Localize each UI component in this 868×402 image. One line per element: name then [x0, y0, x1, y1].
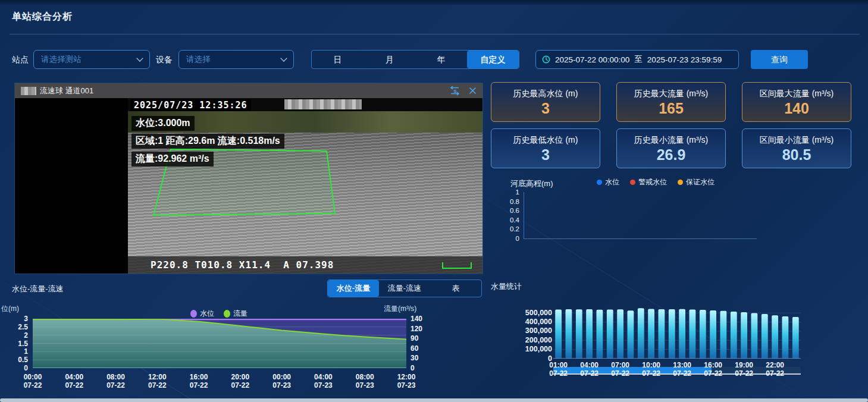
flow-section-title: 水位-流量-流速	[12, 284, 64, 294]
tab-流量-流速[interactable]: 流量-流速	[379, 280, 430, 297]
x-tick-time: 08:00	[99, 373, 133, 381]
stat-card: 历史最低水位 (m)3	[491, 128, 600, 168]
y-tick: 1	[496, 189, 519, 196]
y-tick-right: 90	[411, 334, 418, 343]
x-tick: 08:0007-23	[348, 373, 381, 390]
y-tick: 0	[496, 235, 519, 242]
legend-dot-icon	[597, 180, 602, 185]
legend-item[interactable]: 警戒水位	[630, 177, 667, 187]
x-tick: 00:0007-22	[16, 373, 49, 390]
stat-label: 历史最高水位 (m)	[513, 89, 578, 99]
x-tick: 04:0007-22	[58, 373, 91, 390]
x-tick-time: 08:00	[348, 373, 381, 381]
y-tick: 0.2	[496, 225, 519, 233]
legend-item[interactable]: 水位	[190, 309, 214, 319]
clock-icon	[542, 55, 550, 64]
x-tick: 01:0007-22	[543, 361, 575, 378]
x-tick: 16:0007-22	[697, 361, 729, 378]
stat-label: 历史最大流量 (m³/s)	[634, 89, 708, 99]
x-tick-time: 16:00	[182, 373, 215, 381]
x-tick-date: 07-22	[16, 381, 49, 390]
period-option-月[interactable]: 月	[364, 51, 415, 68]
x-tick-date: 07-22	[182, 381, 215, 390]
volume-plot	[553, 307, 801, 359]
x-tick: 13:0007-22	[666, 361, 698, 378]
y-tick-left: 0	[1, 364, 28, 372]
stat-card: 历史最高水位 (m)3	[491, 82, 600, 122]
x-tick-time: 10:00	[635, 361, 668, 369]
legend-label: 警戒水位	[638, 177, 667, 187]
left-axis-name: 位(m)	[1, 304, 19, 314]
horizontal-scrollbar[interactable]	[0, 398, 868, 402]
y-tick-left: 2.5	[1, 323, 28, 331]
y-tick-right: 120	[411, 325, 422, 333]
stat-card: 区间最小流量 (m³/s)80.5	[742, 128, 851, 168]
stats-grid: 历史最高水位 (m)3历史最大流量 (m³/s)165区间最大流量 (m³/s)…	[491, 82, 851, 168]
period-option-年[interactable]: 年	[415, 51, 467, 68]
close-icon[interactable]	[469, 87, 477, 95]
y-tick: 0.6	[496, 207, 519, 214]
x-tick-time: 04:00	[306, 373, 340, 381]
date-range-picker[interactable]: 2025-07-22 00:00:00 至 2025-07-23 23:59:5…	[535, 50, 739, 69]
x-tick-date: 07-22	[224, 381, 257, 390]
x-tick-date: 07-22	[666, 369, 698, 378]
flow-tabs: 水位-流量流量-流速表	[327, 279, 482, 297]
x-tick: 08:0007-22	[99, 373, 133, 390]
y-tick: 200,000	[500, 336, 552, 344]
x-tick-time: 04:00	[574, 361, 606, 369]
device-label: 设备	[156, 50, 173, 69]
x-tick-time: 20:00	[224, 373, 257, 381]
y-tick: 0.4	[496, 216, 519, 224]
period-option-自定义[interactable]: 自定义	[467, 51, 519, 68]
y-tick-left: 1.5	[1, 340, 28, 348]
x-tick-time: 12:00	[390, 373, 423, 381]
stat-value: 165	[659, 100, 684, 116]
video-panel-header: 流速球 通道001 S	[15, 83, 482, 98]
query-button[interactable]: 查询	[751, 50, 808, 69]
stat-label: 区间最小流量 (m³/s)	[760, 135, 833, 146]
period-option-日[interactable]: 日	[312, 51, 364, 68]
overlay-discharge: 流量:92.962 m³/s	[131, 152, 214, 167]
x-tick-time: 01:00	[543, 361, 575, 369]
x-tick-date: 07-22	[728, 369, 760, 378]
x-tick: 19:0007-22	[728, 361, 760, 378]
y-tick-left: 1	[1, 347, 28, 356]
device-select[interactable]: 请选择	[178, 50, 294, 69]
overlay-region-velocity: 区域:1 距高:29.6m 流速:0.518m/s	[131, 134, 284, 149]
x-tick-date: 07-22	[543, 369, 575, 378]
x-tick-date: 07-22	[574, 369, 606, 378]
legend-item[interactable]: 水位	[597, 177, 619, 187]
x-tick-date: 07-22	[140, 381, 174, 390]
dashboard: 单站综合分析 站点 请选择测站 设备 请选择 日月年自定义 2025-07-22…	[0, 0, 868, 402]
volume-title: 水量统计	[491, 281, 522, 292]
station-select[interactable]: 请选择测站	[33, 50, 150, 69]
legend-item[interactable]: 流量	[224, 309, 247, 319]
stat-value: 3	[541, 147, 550, 162]
stat-card: 区间最大流量 (m³/s)140	[742, 82, 851, 122]
x-tick-time: 07:00	[604, 361, 637, 369]
x-tick-date: 07-22	[635, 369, 668, 378]
riverbed-legend: 水位警戒水位保证水位	[597, 177, 715, 187]
riverbed-x-axis	[524, 238, 757, 239]
legend-item[interactable]: 保证水位	[678, 177, 715, 187]
x-tick-time: 19:00	[728, 361, 760, 369]
y-tick-right: 30	[411, 354, 418, 362]
x-tick: 12:0007-23	[390, 373, 423, 390]
riverbed-y-axis	[524, 192, 524, 238]
chevron-down-icon	[280, 55, 287, 61]
y-tick: 500,000	[500, 309, 552, 317]
x-tick-date: 07-23	[306, 381, 340, 390]
x-tick-date: 07-22	[759, 369, 791, 378]
y-tick: 0.8	[496, 198, 519, 205]
y-tick-left: 0.5	[1, 356, 28, 364]
legend-dot-icon	[224, 310, 230, 318]
tab-水位-流量[interactable]: 水位-流量	[328, 280, 379, 297]
stat-label: 历史最低水位 (m)	[513, 135, 578, 146]
x-tick-date: 07-23	[348, 381, 381, 390]
y-tick-right: 0	[411, 364, 415, 372]
stream-switch-icon[interactable]: S	[449, 86, 460, 96]
stat-card: 历史最小流量 (m³/s)26.9	[616, 128, 726, 168]
stat-value: 3	[541, 100, 550, 116]
tab-表[interactable]: 表	[430, 280, 481, 297]
title-divider	[10, 34, 860, 34]
